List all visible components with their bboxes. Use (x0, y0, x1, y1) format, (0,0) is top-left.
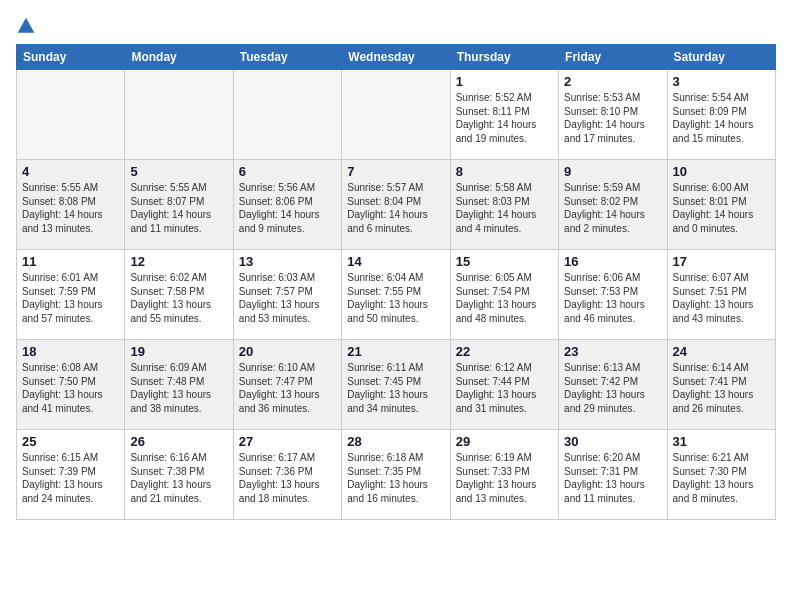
day-info: Sunrise: 6:20 AMSunset: 7:31 PMDaylight:… (564, 451, 661, 505)
day-info: Sunrise: 6:14 AMSunset: 7:41 PMDaylight:… (673, 361, 770, 415)
day-info: Sunrise: 6:16 AMSunset: 7:38 PMDaylight:… (130, 451, 227, 505)
calendar-day-cell (17, 70, 125, 160)
day-info: Sunrise: 6:08 AMSunset: 7:50 PMDaylight:… (22, 361, 119, 415)
day-info: Sunrise: 5:57 AMSunset: 8:04 PMDaylight:… (347, 181, 444, 235)
svg-marker-0 (18, 18, 35, 33)
calendar-day-cell: 24Sunrise: 6:14 AMSunset: 7:41 PMDayligh… (667, 340, 775, 430)
day-info: Sunrise: 5:52 AMSunset: 8:11 PMDaylight:… (456, 91, 553, 145)
calendar-day-cell: 10Sunrise: 6:00 AMSunset: 8:01 PMDayligh… (667, 160, 775, 250)
calendar-day-cell: 9Sunrise: 5:59 AMSunset: 8:02 PMDaylight… (559, 160, 667, 250)
day-number: 21 (347, 344, 444, 359)
calendar-day-cell: 2Sunrise: 5:53 AMSunset: 8:10 PMDaylight… (559, 70, 667, 160)
day-info: Sunrise: 5:55 AMSunset: 8:07 PMDaylight:… (130, 181, 227, 235)
day-number: 16 (564, 254, 661, 269)
calendar-day-cell: 16Sunrise: 6:06 AMSunset: 7:53 PMDayligh… (559, 250, 667, 340)
calendar-week-row: 18Sunrise: 6:08 AMSunset: 7:50 PMDayligh… (17, 340, 776, 430)
calendar-day-cell: 25Sunrise: 6:15 AMSunset: 7:39 PMDayligh… (17, 430, 125, 520)
day-info: Sunrise: 6:10 AMSunset: 7:47 PMDaylight:… (239, 361, 336, 415)
calendar-day-cell: 1Sunrise: 5:52 AMSunset: 8:11 PMDaylight… (450, 70, 558, 160)
calendar-day-cell: 3Sunrise: 5:54 AMSunset: 8:09 PMDaylight… (667, 70, 775, 160)
calendar-day-cell: 15Sunrise: 6:05 AMSunset: 7:54 PMDayligh… (450, 250, 558, 340)
day-info: Sunrise: 6:04 AMSunset: 7:55 PMDaylight:… (347, 271, 444, 325)
weekday-header-sunday: Sunday (17, 45, 125, 70)
calendar-day-cell: 18Sunrise: 6:08 AMSunset: 7:50 PMDayligh… (17, 340, 125, 430)
calendar-day-cell (342, 70, 450, 160)
day-info: Sunrise: 6:09 AMSunset: 7:48 PMDaylight:… (130, 361, 227, 415)
calendar-day-cell (125, 70, 233, 160)
calendar-day-cell: 8Sunrise: 5:58 AMSunset: 8:03 PMDaylight… (450, 160, 558, 250)
day-info: Sunrise: 6:21 AMSunset: 7:30 PMDaylight:… (673, 451, 770, 505)
calendar-day-cell: 22Sunrise: 6:12 AMSunset: 7:44 PMDayligh… (450, 340, 558, 430)
logo-icon (16, 16, 36, 36)
day-number: 1 (456, 74, 553, 89)
calendar-day-cell: 21Sunrise: 6:11 AMSunset: 7:45 PMDayligh… (342, 340, 450, 430)
calendar-day-cell: 12Sunrise: 6:02 AMSunset: 7:58 PMDayligh… (125, 250, 233, 340)
day-number: 2 (564, 74, 661, 89)
day-number: 11 (22, 254, 119, 269)
weekday-header-monday: Monday (125, 45, 233, 70)
day-info: Sunrise: 6:18 AMSunset: 7:35 PMDaylight:… (347, 451, 444, 505)
day-info: Sunrise: 6:03 AMSunset: 7:57 PMDaylight:… (239, 271, 336, 325)
day-number: 26 (130, 434, 227, 449)
day-number: 31 (673, 434, 770, 449)
day-number: 30 (564, 434, 661, 449)
day-number: 14 (347, 254, 444, 269)
day-info: Sunrise: 6:07 AMSunset: 7:51 PMDaylight:… (673, 271, 770, 325)
day-number: 4 (22, 164, 119, 179)
calendar-day-cell: 5Sunrise: 5:55 AMSunset: 8:07 PMDaylight… (125, 160, 233, 250)
calendar-week-row: 25Sunrise: 6:15 AMSunset: 7:39 PMDayligh… (17, 430, 776, 520)
header (16, 16, 776, 36)
day-info: Sunrise: 6:06 AMSunset: 7:53 PMDaylight:… (564, 271, 661, 325)
calendar-day-cell: 20Sunrise: 6:10 AMSunset: 7:47 PMDayligh… (233, 340, 341, 430)
day-info: Sunrise: 6:12 AMSunset: 7:44 PMDaylight:… (456, 361, 553, 415)
calendar-day-cell: 17Sunrise: 6:07 AMSunset: 7:51 PMDayligh… (667, 250, 775, 340)
day-number: 9 (564, 164, 661, 179)
day-number: 10 (673, 164, 770, 179)
calendar-day-cell: 29Sunrise: 6:19 AMSunset: 7:33 PMDayligh… (450, 430, 558, 520)
day-number: 18 (22, 344, 119, 359)
weekday-header-tuesday: Tuesday (233, 45, 341, 70)
day-number: 25 (22, 434, 119, 449)
day-info: Sunrise: 6:13 AMSunset: 7:42 PMDaylight:… (564, 361, 661, 415)
day-info: Sunrise: 5:56 AMSunset: 8:06 PMDaylight:… (239, 181, 336, 235)
day-number: 22 (456, 344, 553, 359)
day-number: 3 (673, 74, 770, 89)
day-info: Sunrise: 6:02 AMSunset: 7:58 PMDaylight:… (130, 271, 227, 325)
calendar-day-cell: 6Sunrise: 5:56 AMSunset: 8:06 PMDaylight… (233, 160, 341, 250)
calendar-day-cell: 26Sunrise: 6:16 AMSunset: 7:38 PMDayligh… (125, 430, 233, 520)
day-info: Sunrise: 6:19 AMSunset: 7:33 PMDaylight:… (456, 451, 553, 505)
weekday-header-saturday: Saturday (667, 45, 775, 70)
day-number: 7 (347, 164, 444, 179)
logo (16, 16, 40, 36)
day-number: 8 (456, 164, 553, 179)
calendar-week-row: 1Sunrise: 5:52 AMSunset: 8:11 PMDaylight… (17, 70, 776, 160)
day-info: Sunrise: 6:01 AMSunset: 7:59 PMDaylight:… (22, 271, 119, 325)
day-number: 24 (673, 344, 770, 359)
day-number: 20 (239, 344, 336, 359)
day-info: Sunrise: 6:15 AMSunset: 7:39 PMDaylight:… (22, 451, 119, 505)
calendar-day-cell (233, 70, 341, 160)
day-info: Sunrise: 6:17 AMSunset: 7:36 PMDaylight:… (239, 451, 336, 505)
calendar-day-cell: 7Sunrise: 5:57 AMSunset: 8:04 PMDaylight… (342, 160, 450, 250)
weekday-header-thursday: Thursday (450, 45, 558, 70)
day-info: Sunrise: 5:53 AMSunset: 8:10 PMDaylight:… (564, 91, 661, 145)
day-number: 6 (239, 164, 336, 179)
day-number: 28 (347, 434, 444, 449)
day-number: 29 (456, 434, 553, 449)
calendar-day-cell: 23Sunrise: 6:13 AMSunset: 7:42 PMDayligh… (559, 340, 667, 430)
day-info: Sunrise: 5:54 AMSunset: 8:09 PMDaylight:… (673, 91, 770, 145)
calendar-day-cell: 14Sunrise: 6:04 AMSunset: 7:55 PMDayligh… (342, 250, 450, 340)
day-number: 15 (456, 254, 553, 269)
calendar-day-cell: 28Sunrise: 6:18 AMSunset: 7:35 PMDayligh… (342, 430, 450, 520)
day-number: 13 (239, 254, 336, 269)
weekday-header-wednesday: Wednesday (342, 45, 450, 70)
day-number: 19 (130, 344, 227, 359)
day-info: Sunrise: 5:55 AMSunset: 8:08 PMDaylight:… (22, 181, 119, 235)
calendar-day-cell: 19Sunrise: 6:09 AMSunset: 7:48 PMDayligh… (125, 340, 233, 430)
calendar-day-cell: 4Sunrise: 5:55 AMSunset: 8:08 PMDaylight… (17, 160, 125, 250)
calendar-day-cell: 13Sunrise: 6:03 AMSunset: 7:57 PMDayligh… (233, 250, 341, 340)
day-info: Sunrise: 6:00 AMSunset: 8:01 PMDaylight:… (673, 181, 770, 235)
day-info: Sunrise: 5:58 AMSunset: 8:03 PMDaylight:… (456, 181, 553, 235)
calendar-week-row: 11Sunrise: 6:01 AMSunset: 7:59 PMDayligh… (17, 250, 776, 340)
day-info: Sunrise: 5:59 AMSunset: 8:02 PMDaylight:… (564, 181, 661, 235)
